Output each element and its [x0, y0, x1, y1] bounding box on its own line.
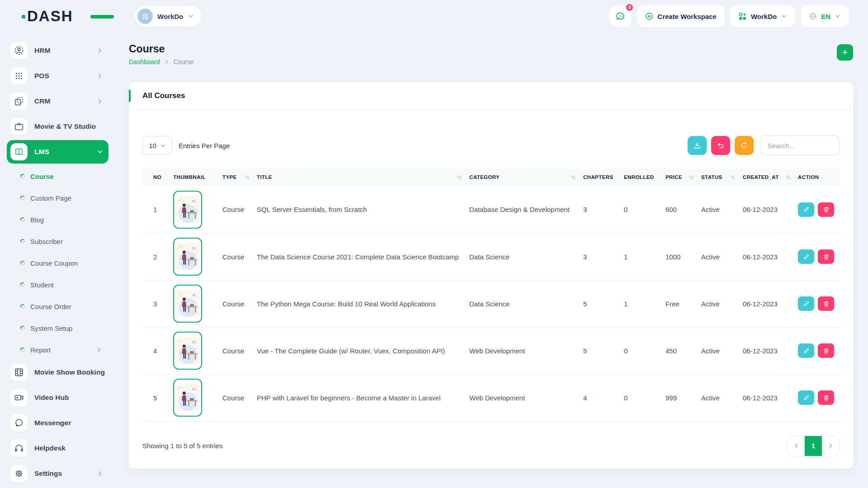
building-icon [143, 14, 148, 19]
chevron-right-icon [103, 123, 103, 130]
col-enrolled: ENROLLED [623, 168, 665, 186]
globe-icon [809, 12, 817, 20]
search-input[interactable] [760, 136, 840, 155]
reload-button[interactable] [735, 136, 754, 155]
status-text: Active [700, 280, 742, 327]
language-selector[interactable]: EN [801, 5, 849, 27]
sidebar-item-hrm[interactable]: HRM [7, 39, 108, 62]
pagination-prev[interactable] [788, 436, 805, 456]
sidebar-item-system-setup[interactable]: System Setup [7, 317, 108, 339]
col-price[interactable]: PRICE [665, 168, 700, 186]
edit-button[interactable] [798, 390, 814, 405]
sidebar-item-report[interactable]: Report [7, 339, 108, 361]
sort-icon [457, 174, 462, 180]
delete-button[interactable] [818, 202, 834, 217]
pos-icon [10, 67, 28, 84]
edit-button[interactable] [798, 343, 814, 358]
edit-button[interactable] [798, 296, 814, 311]
sidebar-item-course-coupon[interactable]: Course Coupon [7, 252, 108, 274]
sidebar-item-video-hub[interactable]: Video Hub [7, 386, 108, 409]
all-courses-card: All Courses 10 Entries Per Page [129, 82, 853, 469]
sidebar-item-custom-page[interactable]: Custom Page [7, 187, 108, 209]
pencil-icon [803, 347, 810, 354]
breadcrumb-current: Course [174, 58, 194, 66]
sidebar-item-movie-show-booking[interactable]: Movie Show Booking [7, 361, 108, 384]
messages-button[interactable]: 0 [610, 5, 632, 27]
plus-circle-icon [645, 12, 653, 20]
col-category[interactable]: CATEGORY [468, 168, 582, 186]
trash-icon [823, 347, 830, 354]
logo-accent-bar [90, 15, 114, 19]
hrm-icon [10, 42, 28, 59]
sidebar-item-crm[interactable]: CRM [7, 89, 108, 113]
breadcrumb-dashboard-link[interactable]: Dashboard [129, 58, 160, 66]
delete-button[interactable] [818, 249, 834, 264]
chevron-down-icon [97, 149, 103, 155]
sidebar-item-settings[interactable]: Settings [7, 462, 108, 485]
col-title[interactable]: TITLE [256, 168, 468, 186]
create-workspace-label: Create Workspace [657, 13, 717, 20]
download-icon [693, 141, 701, 150]
export-button[interactable] [688, 136, 707, 155]
delete-button[interactable] [818, 343, 834, 358]
sidebar-item-messenger[interactable]: Messenger [7, 411, 108, 435]
course-thumbnail [173, 285, 202, 323]
sort-icon [245, 174, 250, 180]
sort-icon [571, 174, 576, 180]
workspace-selector[interactable]: WorkDo [135, 6, 201, 27]
col-thumbnail: THUMBNAIL [172, 168, 222, 186]
bullet-icon [20, 239, 25, 244]
tv-icon [10, 118, 28, 135]
status-text: Active [700, 233, 742, 280]
logo-accent-dot [22, 15, 25, 19]
table-toolbar: 10 Entries Per Page [142, 136, 840, 155]
bullet-icon [20, 217, 25, 222]
col-created-at[interactable]: CREATED_AT [742, 168, 797, 186]
delete-button[interactable] [818, 296, 834, 311]
pagination-next[interactable] [822, 436, 839, 456]
sidebar-item-course-order[interactable]: Course Order [7, 296, 108, 317]
chevron-right-icon [97, 73, 103, 79]
table-footer: Showing 1 to 5 of 5 entries 1 [142, 435, 840, 457]
reset-button[interactable] [711, 136, 730, 155]
pencil-icon [803, 253, 810, 260]
pagination: 1 [787, 436, 840, 456]
course-thumbnail [173, 191, 202, 229]
add-course-button[interactable]: + [837, 44, 853, 61]
table-row: 1 Course SQL Server Essentials, from Scr… [142, 186, 840, 233]
course-thumbnail [173, 379, 202, 417]
table-row: 2 Course The Data Science Course 2021: C… [142, 233, 840, 280]
col-status[interactable]: STATUS [700, 168, 742, 186]
create-workspace-button[interactable]: Create Workspace [637, 5, 725, 27]
main-content: Course Dashboard Course + All Courses 10 [117, 33, 868, 488]
entries-per-page-select[interactable]: 10 [142, 136, 172, 155]
pagination-page-1[interactable]: 1 [805, 436, 822, 456]
chevron-right-icon [96, 347, 102, 353]
col-type[interactable]: TYPE [222, 168, 256, 186]
sidebar-item-blog[interactable]: Blog [7, 209, 108, 230]
workdo-menu-button[interactable]: WorkDo [730, 5, 795, 27]
page-title: Course [129, 42, 194, 55]
sidebar-item-subscriber[interactable]: Subscriber [7, 230, 108, 252]
chevron-right-icon [97, 470, 103, 477]
pencil-icon [803, 300, 810, 307]
chevron-down-icon [160, 143, 166, 149]
sidebar-item-lms[interactable]: LMS [7, 140, 108, 164]
chevron-right-icon [164, 59, 170, 65]
edit-button[interactable] [798, 249, 814, 264]
sidebar-item-course[interactable]: Course [7, 165, 108, 187]
card-title: All Courses [142, 91, 185, 100]
trash-icon [823, 206, 830, 213]
chevron-down-icon [188, 13, 194, 19]
sidebar-item-pos[interactable]: POS [7, 64, 108, 88]
course-thumbnail [173, 238, 202, 276]
bullet-icon [20, 195, 25, 201]
sidebar-item-student[interactable]: Student [7, 274, 108, 296]
sidebar-item-helpdesk[interactable]: Helpdesk [7, 436, 108, 460]
bullet-icon [20, 260, 25, 266]
grid-plus-icon [738, 12, 747, 21]
sidebar-item-movie-tv-studio[interactable]: Movie & TV Studio [7, 115, 108, 138]
edit-button[interactable] [798, 202, 814, 217]
book-icon [10, 143, 28, 160]
delete-button[interactable] [818, 390, 834, 405]
